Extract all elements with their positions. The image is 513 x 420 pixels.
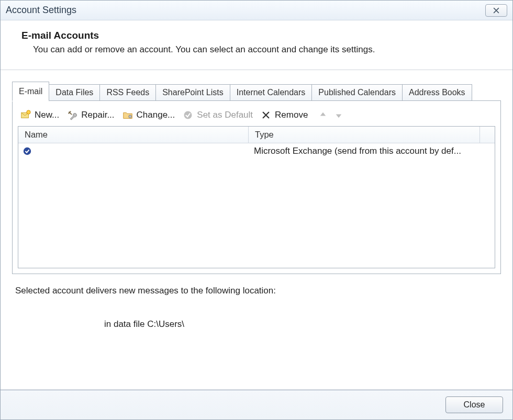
tab-sharepoint-lists[interactable]: SharePoint Lists <box>155 84 230 100</box>
content-area: E-mail Data Files RSS Feeds SharePoint L… <box>1 70 512 390</box>
window-title: Account Settings <box>6 5 485 16</box>
column-header-type[interactable]: Type <box>249 127 480 143</box>
toolbar-label: Change... <box>137 110 175 120</box>
tab-address-books[interactable]: Address Books <box>402 84 472 100</box>
window-close-button[interactable] <box>485 4 507 17</box>
envelope-new-icon <box>20 109 31 121</box>
tab-label: Published Calendars <box>318 88 396 97</box>
tab-label: RSS Feeds <box>106 88 149 97</box>
list-body: Microsoft Exchange (send from this accou… <box>18 143 495 268</box>
close-button[interactable]: Close <box>445 396 503 413</box>
toolbar-label: Remove <box>275 110 308 120</box>
tabs-row: E-mail Data Files RSS Feeds SharePoint L… <box>12 82 501 100</box>
page-subtext: You can add or remove an account. You ca… <box>21 44 498 55</box>
tab-email[interactable]: E-mail <box>12 82 49 101</box>
svg-point-1 <box>27 110 30 114</box>
move-up-button <box>318 110 328 120</box>
new-button[interactable]: New... <box>20 109 59 121</box>
check-circle-icon <box>182 109 194 121</box>
tab-label: Data Files <box>55 88 93 97</box>
toolbar-label: Set as Default <box>197 110 253 120</box>
page-heading: E-mail Accounts <box>21 30 498 41</box>
set-default-button: Set as Default <box>182 109 253 121</box>
svg-point-2 <box>128 115 131 118</box>
svg-point-3 <box>184 111 192 119</box>
tools-icon <box>66 109 78 121</box>
tab-label: E-mail <box>19 87 42 96</box>
remove-button[interactable]: Remove <box>260 109 308 121</box>
column-header-end <box>480 127 495 143</box>
delivery-location-label: Selected account delivers new messages t… <box>15 286 496 296</box>
delivery-datafile-path: in data file C:\Users\ <box>15 319 496 330</box>
tab-label: SharePoint Lists <box>162 88 224 97</box>
row-name-cell <box>18 145 249 157</box>
button-label: Close <box>464 400 485 410</box>
table-row[interactable]: Microsoft Exchange (send from this accou… <box>18 143 495 159</box>
row-type-cell: Microsoft Exchange (send from this accou… <box>249 145 495 157</box>
toolbar-label: Repair... <box>81 110 114 120</box>
delivery-info: Selected account delivers new messages t… <box>12 274 501 330</box>
tab-label: Internet Calendars <box>237 88 306 97</box>
tab-panel-email: New... Repair... <box>12 100 501 274</box>
account-settings-window: Account Settings E-mail Accounts You can… <box>0 0 513 420</box>
move-down-button <box>334 110 343 120</box>
tab-rss-feeds[interactable]: RSS Feeds <box>99 84 156 100</box>
accounts-list[interactable]: Name Type <box>18 126 495 268</box>
default-account-icon <box>23 146 32 156</box>
tab-label: Address Books <box>409 88 465 97</box>
toolbar-label: New... <box>35 110 59 120</box>
header-block: E-mail Accounts You can add or remove an… <box>1 20 512 70</box>
tab-internet-calendars[interactable]: Internet Calendars <box>230 84 313 100</box>
folder-gear-icon <box>122 109 133 121</box>
svg-point-4 <box>24 147 31 155</box>
arrow-up-icon <box>318 110 328 120</box>
column-header-name[interactable]: Name <box>18 127 249 143</box>
tab-published-calendars[interactable]: Published Calendars <box>311 84 403 100</box>
toolbar: New... Repair... <box>18 107 495 126</box>
x-icon <box>260 109 272 121</box>
change-button[interactable]: Change... <box>122 109 175 121</box>
arrow-down-icon <box>334 110 343 120</box>
tab-data-files[interactable]: Data Files <box>49 84 100 100</box>
dialog-footer: Close <box>1 390 512 419</box>
list-header: Name Type <box>18 127 495 143</box>
repair-button[interactable]: Repair... <box>66 109 114 121</box>
reorder-arrows <box>318 110 343 120</box>
close-icon <box>493 7 500 14</box>
titlebar: Account Settings <box>1 1 512 20</box>
